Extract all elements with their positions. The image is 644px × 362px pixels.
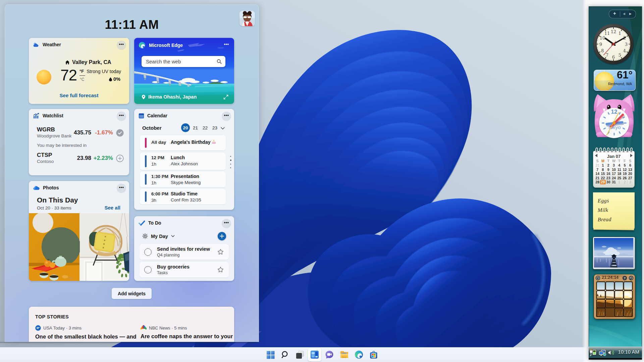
clock-gadget[interactable]: 123456789101112 (593, 24, 634, 65)
weather-menu-button[interactable]: ••• (117, 41, 126, 50)
weather-forecast-link[interactable]: See full forecast (29, 93, 129, 98)
weather-widget[interactable]: Weather ••• Valley Park, CA 72 °F °C Str… (29, 38, 129, 104)
calendar-cell[interactable]: 23 (606, 176, 611, 180)
star-icon[interactable] (217, 249, 224, 255)
calendar-day-21[interactable]: 21 (193, 125, 198, 130)
star-icon[interactable] (217, 266, 224, 273)
todo-list-selector[interactable]: My Day (142, 233, 175, 239)
calendar-cell[interactable]: 27 (628, 176, 633, 180)
calendar-cell[interactable]: 7 (595, 168, 600, 172)
weather-unit-c[interactable]: °C (80, 77, 84, 82)
calendar-cell-selected[interactable]: 29 (600, 180, 605, 184)
world-clock-gadget[interactable]: 12 Tokyo (593, 94, 635, 139)
tray-clock[interactable]: 10:10 AM (618, 349, 639, 355)
calendar-cell[interactable]: 28 (595, 180, 600, 184)
weather-gadget[interactable]: 61° Redmond, WA (594, 70, 636, 91)
photos-collage[interactable] (29, 213, 129, 281)
calendar-cell[interactable]: 6 (628, 163, 633, 168)
calendar-cell[interactable]: 19 (622, 172, 627, 176)
calendar-cell[interactable]: 1 (600, 163, 605, 168)
taskbar-edge-button[interactable] (354, 350, 364, 359)
watchlist-row-wgrb[interactable]: WGRB Woodgrove Bank 435.75 -1.67% (37, 126, 123, 140)
task-buy-groceries[interactable]: Buy groceries Tasks (140, 262, 229, 278)
calendar-day-22[interactable]: 22 (203, 125, 208, 130)
calendar-cell[interactable]: 30 (606, 180, 611, 184)
event-lunch[interactable]: 12 PM 1h Lunch Alex Johnson (140, 153, 226, 170)
note-page[interactable]: Eggs Milk Bread (593, 192, 635, 228)
calendar-cell[interactable]: 31 (595, 163, 600, 168)
calendar-cell[interactable]: 15 (600, 172, 605, 176)
calendar-cell[interactable]: 21 (595, 176, 600, 180)
calendar-grid[interactable]: 3112345678910111213141516171819202122232… (595, 163, 633, 184)
puzzle-shuffle-button[interactable] (629, 276, 634, 281)
watchlist-row-ctsp[interactable]: CTSP Contoso 23.98 +2.23% (37, 152, 123, 166)
task-send-invites[interactable]: Send invites for review Q4 planning (140, 244, 229, 260)
event-studio[interactable]: 6:00 PM 3h Studio Time Conf Rm 32/35 (140, 189, 226, 204)
edge-search-box[interactable]: Search the web (142, 56, 225, 67)
add-stock-icon[interactable] (116, 155, 124, 162)
calendar-cell[interactable]: 2 (606, 163, 611, 168)
chevron-down-icon[interactable] (221, 127, 225, 130)
taskbar-search-button[interactable] (280, 350, 290, 359)
taskbar-chat-button[interactable] (325, 350, 334, 359)
puzzle-help-button[interactable]: ? (622, 276, 627, 281)
calendar-menu-button[interactable]: ••• (222, 112, 231, 121)
search-icon[interactable] (217, 59, 222, 64)
calendar-cell[interactable]: 9 (606, 168, 611, 172)
added-check-icon[interactable] (116, 129, 124, 137)
calendar-cell[interactable]: 18 (616, 172, 622, 176)
add-gadget-button[interactable]: + (613, 10, 616, 16)
calendar-day-selected[interactable]: 20 (181, 123, 190, 132)
calendar-cell[interactable]: 10 (611, 168, 616, 172)
expand-icon[interactable] (223, 95, 228, 100)
calendar-cell[interactable]: 17 (611, 172, 616, 176)
todo-widget[interactable]: To Do ••• My Day Send invites fo (134, 216, 234, 281)
calendar-widget[interactable]: Calendar ••• October 20 21 22 23 All day… (134, 109, 234, 210)
edge-menu-button[interactable]: ••• (222, 41, 231, 50)
calendar-cell[interactable]: 2 (622, 180, 627, 184)
calendar-cell[interactable]: 11 (616, 168, 622, 172)
event-presentation[interactable]: 1:30 PM 1h Presentation Skype Meeting (140, 171, 226, 187)
story-nbc-news[interactable]: NBC News · 5 mins Are coffee naps the an… (141, 325, 236, 340)
puzzle-gadget[interactable]: 21:24:14 ? (594, 274, 635, 319)
taskbar-task-view-button[interactable] (295, 350, 305, 359)
calendar-cell[interactable]: 14 (595, 172, 600, 176)
taskbar-store-button[interactable] (369, 350, 378, 359)
taskbar-file-explorer-button[interactable] (339, 350, 349, 359)
calendar-cell[interactable]: 13 (628, 168, 633, 172)
avatar[interactable] (239, 11, 255, 26)
calendar-cell[interactable]: 8 (600, 168, 605, 172)
add-widgets-button[interactable]: Add widgets (112, 288, 152, 299)
add-task-button[interactable] (218, 232, 226, 240)
taskbar-start-button[interactable] (266, 350, 275, 359)
calendar-cell[interactable]: 4 (616, 163, 622, 168)
watchlist-menu-button[interactable]: ••• (117, 112, 126, 121)
photos-see-all-link[interactable]: See all (104, 205, 120, 210)
notes-gadget[interactable]: Eggs Milk Bread (593, 192, 635, 230)
calendar-scroll-indicator[interactable] (230, 156, 231, 168)
story-usa-today[interactable]: USA Today · 3 mins One of the smallest b… (35, 325, 132, 340)
event-birthday[interactable]: All day Angela's Birthday (140, 135, 226, 150)
watchlist-widget[interactable]: Watchlist ••• WGRB Woodgrove Bank 435.75… (29, 109, 129, 175)
calendar-cell[interactable]: 16 (606, 172, 611, 176)
todo-menu-button[interactable]: ••• (222, 219, 231, 228)
calendar-month[interactable]: October (142, 125, 162, 131)
calendar-cell[interactable]: 25 (616, 176, 622, 180)
calendar-cell[interactable]: 20 (628, 172, 633, 176)
puzzle-timer-icon[interactable] (595, 276, 600, 281)
calendar-gadget[interactable]: Jan 07 SMTWTFS 3112345678910111213141516… (593, 145, 635, 188)
photos-menu-button[interactable]: ••• (117, 184, 126, 193)
puzzle-tiles[interactable] (596, 282, 633, 317)
photos-widget[interactable]: Photos ••• On This Day Oct 20 · 33 items… (29, 181, 129, 281)
taskbar-widgets-button[interactable] (310, 350, 319, 359)
puzzle-missing-tile[interactable] (606, 308, 614, 317)
calendar-cell[interactable]: 3 (628, 180, 633, 184)
next-gadgets-button[interactable]: ▶ (629, 12, 632, 15)
slideshow-gadget[interactable] (593, 237, 635, 269)
calendar-cell[interactable]: 5 (622, 163, 627, 168)
calendar-cell[interactable]: 12 (622, 168, 627, 172)
calendar-cell[interactable]: 24 (611, 176, 616, 180)
edge-widget[interactable]: Microsoft Edge ••• Search the web Ikema … (134, 38, 234, 104)
calendar-cell[interactable]: 1 (616, 180, 622, 184)
calendar-day-23[interactable]: 23 (212, 125, 217, 130)
